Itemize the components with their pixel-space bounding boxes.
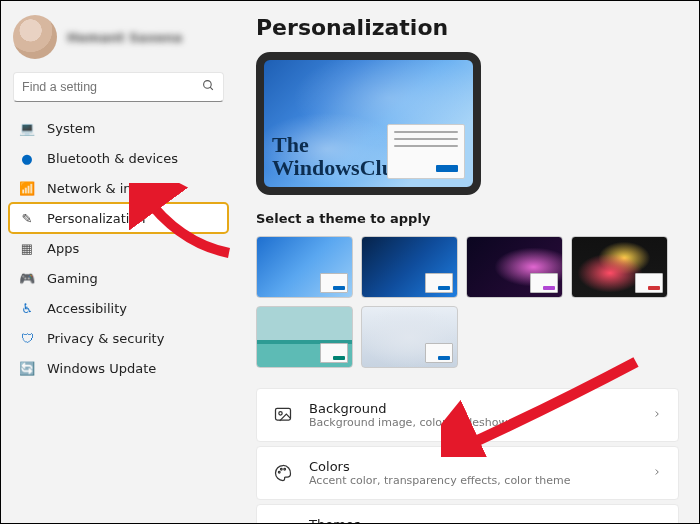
search-box[interactable] bbox=[13, 72, 224, 102]
sidebar-item-gaming[interactable]: 🎮Gaming bbox=[9, 263, 228, 293]
sidebar-item-privacy-security[interactable]: 🛡Privacy & security bbox=[9, 323, 228, 353]
gaming-icon: 🎮 bbox=[19, 270, 35, 286]
setting-title: Background bbox=[309, 401, 636, 416]
svg-point-5 bbox=[281, 468, 283, 470]
chevron-right-icon bbox=[652, 408, 662, 422]
sidebar-item-label: Accessibility bbox=[47, 301, 127, 316]
theme-tile-6[interactable] bbox=[361, 306, 458, 368]
sidebar-item-label: System bbox=[47, 121, 95, 136]
sidebar-item-bluetooth-devices[interactable]: ●Bluetooth & devices bbox=[9, 143, 228, 173]
brush-icon bbox=[273, 521, 293, 523]
sidebar-item-system[interactable]: 💻System bbox=[9, 113, 228, 143]
sidebar-item-label: Privacy & security bbox=[47, 331, 164, 346]
setting-title: Themes bbox=[309, 517, 636, 523]
page-title: Personalization bbox=[256, 15, 679, 40]
bluetooth-icon: ● bbox=[19, 150, 35, 166]
setting-row-colors[interactable]: ColorsAccent color, transparency effects… bbox=[256, 446, 679, 500]
palette-icon bbox=[273, 463, 293, 483]
svg-point-3 bbox=[279, 412, 282, 415]
apps-icon: ▦ bbox=[19, 240, 35, 256]
system-icon: 💻 bbox=[19, 120, 35, 136]
theme-tile-4[interactable] bbox=[571, 236, 668, 298]
profile-block[interactable]: Hemant Saxena bbox=[5, 9, 232, 69]
sidebar-item-network-internet[interactable]: 📶Network & internet bbox=[9, 173, 228, 203]
theme-section-label: Select a theme to apply bbox=[256, 211, 679, 226]
sidebar-item-label: Gaming bbox=[47, 271, 98, 286]
svg-point-4 bbox=[278, 471, 280, 473]
personalization-icon: ✎ bbox=[19, 210, 35, 226]
sidebar-item-label: Personalization bbox=[47, 211, 146, 226]
sidebar-nav: 💻System●Bluetooth & devices📶Network & in… bbox=[5, 113, 232, 383]
svg-point-0 bbox=[204, 81, 212, 89]
theme-grid bbox=[256, 236, 679, 368]
chevron-right-icon bbox=[652, 466, 662, 480]
sidebar-item-windows-update[interactable]: 🔄Windows Update bbox=[9, 353, 228, 383]
network-icon: 📶 bbox=[19, 180, 35, 196]
sidebar-item-label: Windows Update bbox=[47, 361, 156, 376]
setting-row-background[interactable]: BackgroundBackground image, color, slide… bbox=[256, 388, 679, 442]
privacy-icon: 🛡 bbox=[19, 330, 35, 346]
search-icon bbox=[202, 79, 215, 95]
settings-list: BackgroundBackground image, color, slide… bbox=[256, 388, 679, 523]
theme-tile-3[interactable] bbox=[466, 236, 563, 298]
sidebar-item-apps[interactable]: ▦Apps bbox=[9, 233, 228, 263]
setting-desc: Background image, color, slideshow bbox=[309, 416, 636, 429]
accessibility-icon: ♿ bbox=[19, 300, 35, 316]
search-input[interactable] bbox=[22, 80, 202, 94]
setting-row-themes[interactable]: ThemesInstall, create, manage bbox=[256, 504, 679, 523]
sidebar-item-personalization[interactable]: ✎Personalization bbox=[9, 203, 228, 233]
desktop-preview: The WindowsClub bbox=[256, 52, 481, 195]
sidebar-item-label: Bluetooth & devices bbox=[47, 151, 178, 166]
profile-name: Hemant Saxena bbox=[67, 30, 182, 45]
accent-swatch bbox=[436, 165, 458, 172]
sidebar-item-accessibility[interactable]: ♿Accessibility bbox=[9, 293, 228, 323]
theme-tile-2[interactable] bbox=[361, 236, 458, 298]
sidebar-item-label: Apps bbox=[47, 241, 79, 256]
setting-title: Colors bbox=[309, 459, 636, 474]
windows-icon: 🔄 bbox=[19, 360, 35, 376]
preview-window-card bbox=[387, 124, 465, 179]
image-icon bbox=[273, 405, 293, 425]
avatar bbox=[13, 15, 57, 59]
theme-tile-1[interactable] bbox=[256, 236, 353, 298]
setting-desc: Accent color, transparency effects, colo… bbox=[309, 474, 636, 487]
svg-line-1 bbox=[210, 87, 213, 90]
theme-tile-5[interactable] bbox=[256, 306, 353, 368]
svg-point-6 bbox=[284, 468, 286, 470]
sidebar-item-label: Network & internet bbox=[47, 181, 171, 196]
watermark-text: The WindowsClub bbox=[272, 133, 406, 179]
